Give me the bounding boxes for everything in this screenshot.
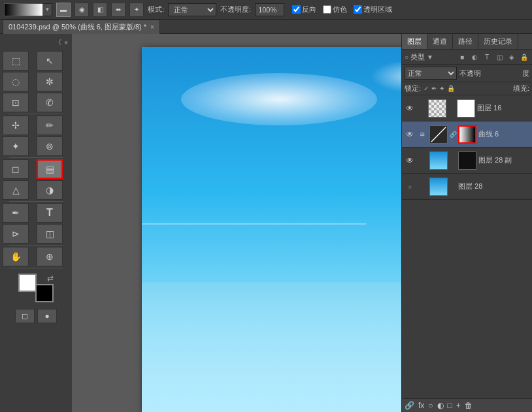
filter-lock-icon[interactable]: 🔒 [519,52,529,62]
left-toolbar: 《 × ⬚ ↖ ◌ ✼ ⊡ ✆ ✢ ✏ ✦ ⊚ ◻ ▤ △ [0,34,72,412]
layer-28b-thumb [429,151,448,170]
tab-close-btn[interactable]: × [150,24,154,31]
gradient-preview[interactable] [4,3,43,16]
layer-28b-spacer [417,155,427,166]
gradient-diamond-btn[interactable]: ✦ [129,3,144,17]
new-group-icon[interactable]: □ [448,401,452,410]
tool-gradient[interactable]: ▤ [37,159,63,179]
gradient-reflected-btn[interactable]: ⬌ [111,3,125,17]
tool-clone[interactable]: ✦ [3,136,29,156]
main-area: 《 × ⬚ ↖ ◌ ✼ ⊡ ✆ ✢ ✏ ✦ ⊚ ◻ ▤ △ [0,34,532,412]
reverse-checkbox[interactable] [292,5,301,14]
background-color-swatch[interactable] [35,284,54,302]
cloud-1 [181,73,377,125]
separator-2 [9,157,63,158]
lock-move-icon[interactable]: ✦ [439,85,444,92]
tool-heal[interactable]: ✢ [3,116,29,135]
kind-dropdown-arrow[interactable]: ▼ [427,54,433,61]
layer-row-28[interactable]: ● 图层 28 [402,174,532,200]
tool-zoom[interactable]: ⊕ [37,247,63,266]
tool-move[interactable]: ↖ [37,51,63,71]
layer-28b-eye[interactable]: 👁 [405,155,415,166]
new-layer-icon[interactable]: + [456,401,461,410]
layer-28-chain [450,183,456,190]
layer-28b-name: 图层 28 副 [478,155,529,165]
layers-panel: 图层 通道 路径 历史记录 ○ 类型 ▼ ■ ◐ T ◫ ◈ 🔒 正常 溶解 [401,34,532,412]
filter-shape-icon[interactable]: ◫ [494,52,505,62]
tab-layers[interactable]: 图层 [402,34,427,49]
tool-pen[interactable]: ✒ [3,203,29,223]
tool-blur[interactable]: △ [3,180,29,200]
tool-brush[interactable]: ✏ [37,116,63,135]
gradient-dropdown-btn[interactable]: ▼ [43,3,52,16]
quickmask-mode-btn[interactable]: ● [37,309,57,323]
layer-28-thumb [429,178,448,196]
tool-eyedrop[interactable]: ✆ [37,93,63,112]
reverse-checkbox-label[interactable]: 反向 [292,5,316,14]
tool-grid-4: ✒ T ⊳ ◫ [3,203,69,244]
tool-lasso[interactable]: ◌ [3,72,29,91]
dither-checkbox-label[interactable]: 仿色 [323,5,347,14]
tool-hand[interactable]: ✋ [3,247,29,266]
gradient-line [142,223,366,225]
tool-shape[interactable]: ◫ [37,224,63,244]
gradient-linear-btn[interactable]: ▬ [56,3,71,17]
tool-text[interactable]: T [37,203,63,223]
layers-tabs: 图层 通道 路径 历史记录 [402,34,532,50]
layer-16-eye[interactable]: 👁 [405,103,415,114]
layer-row-28b[interactable]: 👁 图层 28 副 [402,148,532,174]
layer-28b-chain [450,157,456,164]
add-mask-icon[interactable]: ○ [428,401,433,410]
layer-curves6-chain[interactable]: 🔗 [450,131,456,138]
layer-row-curves6[interactable]: 👁 ≋ 🔗 曲线 6 [402,121,532,148]
layer-28-eye[interactable]: ● [405,182,415,192]
mode-label: 模式: [148,5,164,14]
tab-history[interactable]: 历史记录 [478,34,518,49]
tool-rect-select[interactable]: ⬚ [3,51,29,71]
layer-curves6-thumb [429,125,448,144]
layer-curves6-eye[interactable]: 👁 [405,129,415,140]
layer-16-name: 图层 16 [477,103,529,113]
filter-adjustment-icon[interactable]: ◐ [469,52,480,62]
lock-all-icon[interactable]: 🔒 [447,85,455,92]
gradient-selector[interactable]: ▼ [4,3,52,16]
standard-mode-btn[interactable]: ◻ [15,309,35,323]
tool-eraser[interactable]: ◻ [3,159,29,179]
tool-burn[interactable]: ◑ [37,180,63,200]
opacity-row-value: 度 [484,69,529,78]
transparent-checkbox-label[interactable]: 透明区域 [354,5,392,14]
new-adjustment-icon[interactable]: ◐ [437,401,444,410]
filter-type-icon[interactable]: T [482,52,492,62]
filter-pixel-icon[interactable]: ■ [457,52,467,62]
tab-paths[interactable]: 路径 [453,34,478,49]
tool-history-brush[interactable]: ⊚ [37,136,63,156]
tool-magic-wand[interactable]: ✼ [37,72,63,91]
tool-crop[interactable]: ⊡ [3,93,29,112]
separator-3 [9,201,63,202]
blend-mode-select[interactable]: 正常 溶解 正片叠底 [405,67,457,80]
lock-transparent-icon[interactable]: ✓ [424,85,429,92]
opacity-input[interactable] [255,3,284,16]
panel-close-btn[interactable]: × [64,39,68,46]
layer-curves6-name: 曲线 6 [478,129,529,139]
filter-smart-icon[interactable]: ◈ [507,52,517,62]
tool-path-select[interactable]: ⊳ [3,224,29,244]
layer-row-16[interactable]: 👁 图层 16 [402,95,532,121]
dither-checkbox[interactable] [323,5,331,14]
document-tab[interactable]: 0104239.psd @ 50% (曲线 6, 图层蒙版/8) * × [3,20,160,34]
lock-paint-icon[interactable]: ✒ [431,85,437,92]
fill-label: 填充: [513,84,529,93]
delete-layer-icon[interactable]: 🗑 [465,401,473,410]
foreground-color-swatch[interactable] [18,274,37,292]
panel-collapse-btn[interactable]: 《 [55,38,61,47]
layer-curves6-mask [458,125,476,144]
color-switch-btn[interactable]: ⇄ [47,274,54,283]
tab-channels[interactable]: 通道 [427,34,453,49]
layers-spacer [402,200,532,398]
link-layers-icon[interactable]: 🔗 [405,401,414,410]
mode-select[interactable]: 正常 溶解 正片叠底 [168,3,216,16]
transparent-checkbox[interactable] [354,5,362,14]
layer-style-icon[interactable]: fx [418,401,424,410]
gradient-angle-btn[interactable]: ◧ [93,3,107,17]
gradient-radial-btn[interactable]: ◉ [75,3,89,17]
